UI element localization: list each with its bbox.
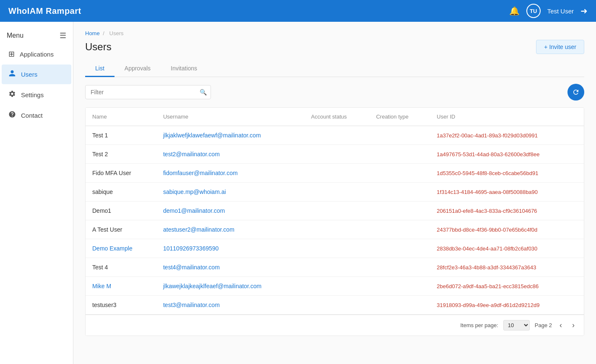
tab-list[interactable]: List xyxy=(85,61,115,77)
pagination: Items per page: 5102550 Page 2 ‹ › xyxy=(86,315,584,336)
cell-creation-type xyxy=(370,126,430,145)
tab-approvals[interactable]: Approvals xyxy=(115,61,161,77)
cell-username: jlkjaklwefjklawefaewf@mailinator.com xyxy=(156,126,305,145)
notifications-icon[interactable]: 🔔 xyxy=(509,6,520,16)
page-label: Page 2 xyxy=(535,322,552,328)
settings-icon xyxy=(8,90,16,100)
cell-creation-type xyxy=(370,201,430,220)
cell-username: test2@mailinator.com xyxy=(156,145,305,164)
cell-name[interactable]: Test 4 xyxy=(86,258,156,277)
cell-creation-type xyxy=(370,145,430,164)
cell-name[interactable]: Demo Example xyxy=(86,239,156,258)
cell-user-id: 206151a0-efe8-4ac3-833a-cf9c36104676 xyxy=(430,201,584,220)
table-row[interactable]: Demo Example 10110926973369590 2838db3e-… xyxy=(86,239,584,258)
applications-icon: ⊞ xyxy=(8,49,15,59)
cell-creation-type xyxy=(370,277,430,296)
table-row[interactable]: Fido MFA User fidomfauser@mailinator.com… xyxy=(86,164,584,183)
cell-username: test4@mailinator.com xyxy=(156,258,305,277)
next-page-button[interactable]: › xyxy=(570,320,577,330)
tab-invitations[interactable]: Invitations xyxy=(161,61,207,77)
cell-username: 10110926973369590 xyxy=(156,239,305,258)
cell-user-id: 1f314c13-4184-4695-aaea-08f50088ba90 xyxy=(430,183,584,201)
cell-user-id: 28fcf2e3-46a3-4b88-a3df-3344367a3643 xyxy=(430,258,584,277)
sidebar-item-settings[interactable]: Settings xyxy=(2,85,71,105)
col-username: Username xyxy=(156,108,305,126)
refresh-button[interactable] xyxy=(567,84,584,101)
cell-username: demo1@mailinator.com xyxy=(156,201,305,220)
cell-name[interactable]: testuser3 xyxy=(86,296,156,315)
cell-account-status xyxy=(305,201,370,220)
tabs: List Approvals Invitations xyxy=(85,61,584,77)
table-row[interactable]: testuser3 test3@mailinator.com 31918093-… xyxy=(86,296,584,315)
col-creation-type: Creation type xyxy=(370,108,430,126)
sidebar-item-label: Applications xyxy=(20,51,54,58)
logout-icon[interactable]: ➜ xyxy=(580,6,588,16)
cell-username: atestuser2@mailinator.com xyxy=(156,220,305,239)
table-row[interactable]: Test 1 jlkjaklwefjklawefaewf@mailinator.… xyxy=(86,126,584,145)
cell-user-id: 2be6d072-a9df-4aa5-ba21-ecc3815edc86 xyxy=(430,277,584,296)
breadcrumb-current: Users xyxy=(109,30,124,36)
sidebar-item-users[interactable]: Users xyxy=(2,65,71,84)
col-user-id: User ID xyxy=(430,108,584,126)
search-icon: 🔍 xyxy=(200,89,207,96)
sidebar-item-label: Contact xyxy=(21,112,43,119)
cell-user-id: 1a497675-53d1-44ad-80a3-62600e3df8ee xyxy=(430,145,584,164)
cell-account-status xyxy=(305,164,370,183)
filter-input[interactable] xyxy=(85,85,211,99)
breadcrumb-home[interactable]: Home xyxy=(85,30,100,36)
sidebar-item-contact[interactable]: Contact xyxy=(2,106,71,125)
page-header: Users + Invite user xyxy=(85,40,584,54)
cell-username: jlkawejklajkeajklfeaef@mailinator.com xyxy=(156,277,305,296)
cell-username: fidomfauser@mailinator.com xyxy=(156,164,305,183)
cell-user-id: 2838db3e-04ec-4de4-aa71-08fb2c6af030 xyxy=(430,239,584,258)
table-row[interactable]: Test 2 test2@mailinator.com 1a497675-53d… xyxy=(86,145,584,164)
users-icon xyxy=(8,70,16,79)
sidebar-item-applications[interactable]: ⊞ Applications xyxy=(2,44,71,64)
cell-name[interactable]: sabique xyxy=(86,183,156,201)
table-row[interactable]: A Test User atestuser2@mailinator.com 24… xyxy=(86,220,584,239)
filter-row: 🔍 xyxy=(85,84,584,101)
items-per-page-label: Items per page: xyxy=(460,322,498,328)
menu-label: Menu xyxy=(7,32,23,39)
cell-name[interactable]: Demo1 xyxy=(86,201,156,220)
cell-creation-type xyxy=(370,164,430,183)
username-label: Test User xyxy=(547,8,574,15)
breadcrumb-separator: / xyxy=(103,30,104,36)
cell-creation-type xyxy=(370,183,430,201)
cell-account-status xyxy=(305,258,370,277)
breadcrumb: Home / Users xyxy=(85,30,584,36)
app-logo: WhoIAM Rampart xyxy=(8,6,81,16)
filter-input-wrap: 🔍 xyxy=(85,85,211,99)
table-row[interactable]: Test 4 test4@mailinator.com 28fcf2e3-46a… xyxy=(86,258,584,277)
invite-user-button[interactable]: + Invite user xyxy=(536,40,584,54)
col-account-status: Account status xyxy=(305,108,370,126)
sidebar-menu-header: Menu ☰ xyxy=(0,26,73,44)
contact-icon xyxy=(8,111,16,120)
sidebar-item-label: Users xyxy=(21,71,37,78)
table-row[interactable]: sabique sabique.mp@whoiam.ai 1f314c13-41… xyxy=(86,183,584,201)
col-name: Name xyxy=(86,108,156,126)
cell-creation-type xyxy=(370,296,430,315)
cell-creation-type xyxy=(370,239,430,258)
sidebar-item-label: Settings xyxy=(21,91,44,98)
cell-creation-type xyxy=(370,220,430,239)
cell-name[interactable]: A Test User xyxy=(86,220,156,239)
table-row[interactable]: Demo1 demo1@mailinator.com 206151a0-efe8… xyxy=(86,201,584,220)
page-title: Users xyxy=(85,41,112,53)
cell-user-id: 1a37e2f2-00ac-4ad1-89a3-f029d03d0991 xyxy=(430,126,584,145)
cell-name[interactable]: Test 2 xyxy=(86,145,156,164)
table-row[interactable]: Mike M jlkawejklajkeajklfeaef@mailinator… xyxy=(86,277,584,296)
cell-name[interactable]: Fido MFA User xyxy=(86,164,156,183)
prev-page-button[interactable]: ‹ xyxy=(557,320,565,330)
menu-toggle-icon[interactable]: ☰ xyxy=(60,31,66,40)
topbar-right: 🔔 TU Test User ➜ xyxy=(509,4,588,18)
layout: Menu ☰ ⊞ Applications Users Settings Con… xyxy=(0,22,596,364)
cell-account-status xyxy=(305,277,370,296)
table-header-row: Name Username Account status Creation ty… xyxy=(86,108,584,126)
cell-name[interactable]: Test 1 xyxy=(86,126,156,145)
items-per-page-select[interactable]: 5102550 xyxy=(503,320,530,330)
avatar: TU xyxy=(526,4,541,18)
cell-name[interactable]: Mike M xyxy=(86,277,156,296)
users-table-wrap: Name Username Account status Creation ty… xyxy=(85,107,584,336)
topbar: WhoIAM Rampart 🔔 TU Test User ➜ xyxy=(0,0,596,22)
